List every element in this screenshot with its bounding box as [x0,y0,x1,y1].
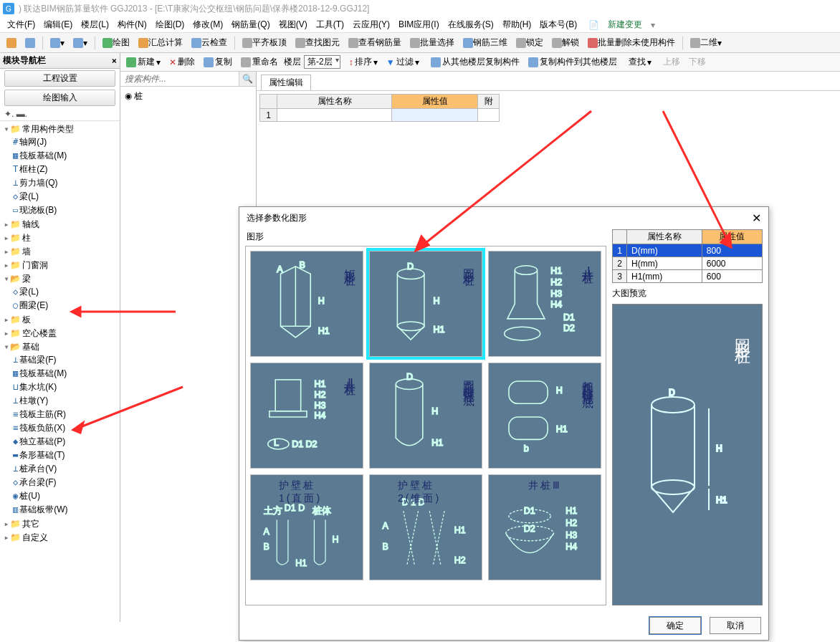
tree-slabstrip[interactable]: 基础板带(W) [19,504,67,514]
tree-slab2[interactable]: 板 [22,315,31,325]
tb-save[interactable] [22,36,39,50]
menu-component[interactable]: 构件(N) [113,17,151,32]
tb-draw[interactable]: 绘图 [99,34,133,51]
tb-flat[interactable]: 平齐板顶 [239,34,290,51]
tree-door[interactable]: 门窗洞 [22,260,48,270]
tb-rebar3d[interactable]: 钢筋三维 [459,34,511,51]
thumbnail-scroll[interactable]: 矩形桩 ABHH1 圆形桩 DHH1 井桩Ⅰ H1H2H3H4D1D2 [245,246,606,605]
tree-foundation[interactable]: 基础 [22,342,39,352]
tb2-down[interactable]: 下移 [686,54,709,70]
tb2-copy[interactable]: 复制 [201,54,235,70]
tb-summary[interactable]: 汇总计算 [135,34,186,51]
tb2-up[interactable]: 上移 [660,54,683,70]
tree-wall[interactable]: 剪力墙(Q) [19,178,57,188]
thumb-wall-pile-2[interactable]: 护壁桩2(锥面) D 1 DABH1H2 [369,474,482,580]
search-button[interactable]: 🔍 [239,72,256,86]
menu-rebar[interactable]: 钢筋量(Q) [227,17,274,32]
tree-wall2[interactable]: 墙 [22,246,31,257]
close-icon[interactable]: × [112,56,117,66]
tb2-rename[interactable]: 重命名 [238,54,281,70]
tree-other[interactable]: 其它 [22,519,39,529]
ok-button[interactable]: 确定 [649,617,701,634]
tree-col[interactable]: 框柱(Z) [19,164,47,174]
tb-unlock[interactable]: 解锁 [548,34,583,51]
thumb-well-pile-1[interactable]: 井桩Ⅰ H1H2H3H4D1D2 [488,251,601,357]
tree-root[interactable]: 常用构件类型 [22,124,74,134]
tb2-del[interactable]: ✕删除 [166,54,198,70]
tree-pilecap[interactable]: 桩承台(V) [19,464,57,474]
tb2-find[interactable]: 查找▾ [626,54,654,70]
tb2-filter[interactable]: ▼过滤▾ [383,54,422,70]
menu-online[interactable]: 在线服务(S) [444,17,498,32]
tb-redo[interactable]: ▾ [70,36,91,50]
menu-tool[interactable]: 工具(T) [312,17,348,32]
tree-fbeam[interactable]: 基础梁(F) [19,355,56,365]
thumb-rect-pile[interactable]: 矩形桩 ABHH1 [250,251,363,357]
menu-help[interactable]: 帮助(H) [498,17,536,32]
tree-slab[interactable]: 现浇板(B) [19,205,57,215]
table-row[interactable]: 1D(mm)800 [613,244,763,257]
tree-raftneg[interactable]: 筏板负筋(X) [19,423,65,433]
param-table[interactable]: 属性名称属性值 1D(mm)800 2H(mm)6000 3H1(mm)600 [612,229,763,283]
cancel-button[interactable]: 取消 [710,617,761,634]
thumb-well-pile-3[interactable]: 井桩Ⅲ D1D2H1H2H3H4 [488,474,601,580]
tree-axisline[interactable]: 轴线 [22,219,39,229]
tree-beamL[interactable]: 梁(L) [19,287,39,297]
tb-dim[interactable]: 二维▾ [687,34,725,51]
thumb-long-circle-pile[interactable]: 长圆柱桩（球冠底） HH1b [488,363,601,469]
tb-cloud[interactable]: 云检查 [188,34,231,51]
tb-viewbar[interactable]: 查看钢筋量 [345,34,405,51]
tree-axis[interactable]: 轴网(J) [19,137,47,147]
tree-pile[interactable]: 桩(U) [19,491,40,501]
component-tree[interactable]: ▾📁常用构件类型 #轴网(J) ▦筏板基础(M) T框柱(Z) ⊥剪力墙(Q) … [0,121,120,622]
table-row[interactable]: 3H1(mm)600 [613,270,763,283]
tab-project-settings[interactable]: 工程设置 [4,70,115,87]
menu-draw[interactable]: 绘图(D) [151,17,189,32]
list-item[interactable]: ◉ 桩 [123,90,253,103]
tb2-copyfrom[interactable]: 从其他楼层复制构件 [428,54,522,70]
tb-batchdel[interactable]: 批量删除未使用构件 [584,34,679,51]
tb-undo[interactable]: ▾ [47,36,68,50]
menu-cloud[interactable]: 云应用(Y) [348,17,394,32]
tree-sump[interactable]: 集水坑(K) [19,382,57,392]
tree-indep[interactable]: 独立基础(P) [19,436,65,446]
tb2-sort[interactable]: ↕排序▾ [346,54,381,70]
menu-newchange[interactable]: 新建变更 [603,17,646,32]
tb-batchsel[interactable]: 批量选择 [406,34,458,51]
tb-viewel[interactable]: 查找图元 [292,34,343,51]
tb2-new[interactable]: 新建▾ [123,54,163,70]
menu-version[interactable]: 版本号(B) [535,17,581,32]
tree-ringbeam[interactable]: 圈梁(E) [19,300,48,310]
tab-property-edit[interactable]: 属性编辑 [261,75,311,90]
tb-lock[interactable]: 锁定 [512,34,547,51]
search-input[interactable] [120,72,239,86]
menu-file[interactable]: 文件(F) [3,17,39,32]
menu-bim[interactable]: BIM应用(I) [394,17,444,32]
property-grid[interactable]: 属性名称 属性值 附 1 [259,94,500,122]
thumb-well-pile-2[interactable]: 井桩Ⅱ LD1 D2H1H2H3H4 [250,363,363,469]
tree-raftmain[interactable]: 筏板主筋(R) [19,409,66,419]
thumb-circle-pile-sphere[interactable]: 圆形桩（球冠底） DHH1 [369,363,482,469]
collapse-icon[interactable]: ▬. [16,109,27,119]
tree-capbeam[interactable]: 承台梁(F) [19,477,56,487]
dialog-close-button[interactable]: ✕ [752,211,761,225]
menu-modify[interactable]: 修改(M) [188,17,227,32]
table-row[interactable]: 2H(mm)6000 [613,257,763,270]
tree-beam[interactable]: 梁(L) [19,191,39,201]
tree-raft[interactable]: 筏板基础(M) [19,150,67,160]
tree-beam2[interactable]: 梁 [22,274,31,284]
tb-open[interactable] [3,36,20,50]
thumb-wall-pile-1[interactable]: 护壁桩1(直面) 土方桩体D1 DABHH1 [250,474,363,580]
tree-column[interactable]: 柱 [22,233,31,243]
dropdown-icon[interactable]: ▾ [646,19,659,32]
menu-view[interactable]: 视图(V) [275,17,312,32]
thumb-circle-pile[interactable]: 圆形桩 DHH1 [369,251,482,357]
expand-icon[interactable]: ✦. [4,109,14,119]
floor-dropdown[interactable]: 第-2层 [304,55,340,69]
tree-strip[interactable]: 条形基础(T) [19,450,65,460]
menu-floor[interactable]: 楼层(L) [77,17,113,32]
tb2-copyto[interactable]: 复制构件到其他楼层 [525,54,620,70]
tab-draw-input[interactable]: 绘图输入 [4,90,115,106]
tree-raft2[interactable]: 筏板基础(M) [19,368,67,378]
menu-edit[interactable]: 编辑(E) [39,17,77,32]
